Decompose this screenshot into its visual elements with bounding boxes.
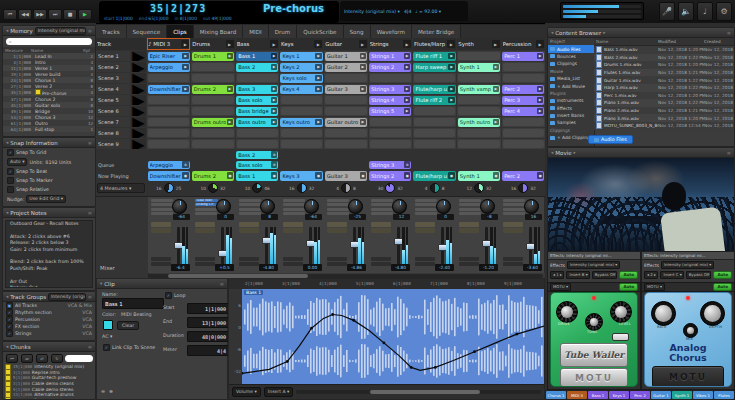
grid-clip[interactable]: Guitar outro▶ xyxy=(325,118,367,127)
scene-play-cell[interactable]: ▶ xyxy=(131,84,146,94)
insert-slot[interactable] xyxy=(459,208,481,211)
gear-icon[interactable]: ⚙ xyxy=(716,2,732,21)
clip-play-icon[interactable]: ▶ xyxy=(404,97,411,104)
pan-knob[interactable] xyxy=(348,199,363,214)
insert-slot[interactable] xyxy=(415,208,437,211)
insert-slot[interactable] xyxy=(415,212,437,215)
insert-slot[interactable] xyxy=(327,203,349,206)
clip-dequeue-icon[interactable]: ⊗ xyxy=(271,161,278,168)
clip-play-icon[interactable]: ▶ xyxy=(404,53,411,60)
fader-db-value[interactable]: -4.80 xyxy=(259,264,278,271)
track-group-row[interactable]: ✓StringsVCA xyxy=(3,330,95,337)
bypass-button[interactable]: Bypass Off xyxy=(592,271,618,279)
slot-selector[interactable]: ◂ 1 ▸ xyxy=(550,271,564,279)
microphone-icon[interactable]: 🎤 xyxy=(659,2,675,21)
empty-clip-slot[interactable] xyxy=(148,96,189,104)
effects-window-title[interactable]: Effects: Intensity (original mi... xyxy=(548,252,640,260)
mute-button[interactable] xyxy=(195,222,215,227)
mix-knob[interactable] xyxy=(683,323,698,338)
empty-clip-slot[interactable] xyxy=(192,129,233,137)
insert-slot[interactable] xyxy=(371,203,393,206)
insert-slot[interactable] xyxy=(415,199,437,202)
column-play-icon[interactable]: ▶ xyxy=(181,40,189,48)
solo-button[interactable] xyxy=(459,228,479,233)
scene-label[interactable]: Scene 1 xyxy=(96,51,130,61)
insert-slot[interactable] xyxy=(371,208,393,211)
file-row[interactable]: Piano 1.mix.wavNov 12, 2018 1:22 PMNov 1… xyxy=(594,99,734,107)
pan-knob[interactable] xyxy=(524,199,539,214)
snap-option-checkbox[interactable] xyxy=(7,177,14,184)
speaker-icon[interactable]: 🔈 xyxy=(678,2,694,21)
empty-clip-slot[interactable] xyxy=(503,74,544,82)
scene-play-cell[interactable]: ▶ xyxy=(131,128,146,138)
clip-stop-icon[interactable]: ◼ xyxy=(271,172,278,179)
empty-clip-slot[interactable] xyxy=(192,140,233,148)
auto-button[interactable]: Auto xyxy=(713,271,732,279)
file-row[interactable]: Bass 2.mix.wavNov 12, 2018 1:22 PMNov 12… xyxy=(594,54,734,62)
panel-menu-icon[interactable]: ≡ xyxy=(220,281,224,287)
link-clip-row[interactable]: ✓ Link Clip To Scene xyxy=(99,343,159,352)
zoom-in-icon[interactable]: ⊕ xyxy=(109,389,113,394)
now-playing-clip[interactable]: Bass 1◼ xyxy=(236,171,278,181)
play-button[interactable]: ▶ xyxy=(78,9,92,20)
tree-item-instruments[interactable]: Instruments xyxy=(548,97,594,104)
tree-item-insert-banks[interactable]: Insert Banks xyxy=(548,112,594,119)
empty-clip-slot[interactable] xyxy=(281,107,322,115)
fader-db-value[interactable]: -2.40 xyxy=(435,264,454,271)
solo-button[interactable] xyxy=(151,228,171,233)
track-header-guitar[interactable]: Guitar▶ xyxy=(324,38,367,50)
column-play-icon[interactable]: ▶ xyxy=(447,40,455,48)
track-group-row[interactable]: ▣All TracksVCA & Mix xyxy=(3,302,95,309)
now-playing-clip[interactable]: Flute/harp unison◼ xyxy=(413,171,455,181)
clip-play-icon[interactable]: ▶ xyxy=(271,97,278,104)
grid-clip[interactable]: Strings 5▶ xyxy=(369,107,411,116)
queued-clip[interactable]: Bass 2⊗ xyxy=(236,151,278,159)
clip-stop-icon[interactable]: ◼ xyxy=(537,172,544,179)
waveform-display[interactable] xyxy=(242,289,544,387)
locator-start[interactable]: start1|1|000 xyxy=(104,16,133,21)
fader-db-value[interactable]: -4.86 xyxy=(347,264,366,271)
pan-value[interactable]: 0 xyxy=(217,214,234,220)
grid-clip[interactable]: Strings 1▶ xyxy=(369,52,411,61)
panel-menu-icon[interactable]: ≡ xyxy=(727,30,731,36)
clip-play-icon[interactable]: ▶ xyxy=(182,86,189,93)
memory-panel-title[interactable]: ◂ Memory Intensity (original mix) ▾ ≡ xyxy=(3,26,95,36)
clip-play-icon[interactable]: ▶ xyxy=(404,108,411,115)
scene-label[interactable]: Scene 8 xyxy=(96,128,130,138)
scene-play-icon[interactable]: ▶ xyxy=(132,106,144,116)
clip-play-icon[interactable]: ▶ xyxy=(271,64,278,71)
empty-clip-slot[interactable] xyxy=(370,140,411,148)
file-row[interactable]: Bass 1.mix.wavNov 12, 2018 1:20 PMNov 12… xyxy=(594,46,734,54)
analog-chorus-pedal[interactable]: RATE DEPTH MIX Analog Chorus MOTU xyxy=(644,292,732,387)
clip-stop-icon[interactable]: ◼ xyxy=(315,172,322,179)
fader-track[interactable] xyxy=(397,227,400,265)
empty-clip-slot[interactable] xyxy=(325,96,366,104)
tab-clips[interactable]: Clips xyxy=(167,25,193,38)
marker-search-input[interactable]: ⌕ xyxy=(6,38,92,45)
tab-midi[interactable]: MIDI xyxy=(243,25,268,38)
clip-play-icon[interactable]: ▶ xyxy=(227,119,234,126)
automation-mode[interactable] xyxy=(459,262,479,266)
automation-mode[interactable] xyxy=(415,262,435,266)
group-enable-checkbox[interactable]: ✓ xyxy=(6,316,13,323)
clip-name-input[interactable]: Bass 1 xyxy=(102,298,164,309)
scene-play-icon[interactable]: ▶ xyxy=(132,51,144,61)
insert-slot[interactable] xyxy=(283,212,305,215)
fast-forward-button[interactable]: ▶▶ xyxy=(33,9,47,20)
collapse-arrow-icon[interactable]: ▾ xyxy=(100,281,102,286)
empty-clip-slot[interactable] xyxy=(192,74,233,82)
empty-clip-slot[interactable] xyxy=(458,52,499,60)
clip-stop-icon[interactable]: ◼ xyxy=(448,172,455,179)
now-playing-clip[interactable]: Drums 2◼ xyxy=(192,171,234,181)
snap-option-row[interactable]: Snap Relative xyxy=(3,185,95,194)
clip-stop-icon[interactable]: ◼ xyxy=(493,172,500,179)
empty-clip-slot[interactable] xyxy=(458,74,499,82)
plugin-vendor-combo[interactable]: MOTU ▾ xyxy=(644,283,665,291)
output-assign[interactable] xyxy=(503,257,523,261)
back-arrow-icon[interactable]: ◂ xyxy=(551,30,553,35)
fader-db-value[interactable]: 0.00 xyxy=(303,264,322,271)
next-chunk-icon[interactable]: ⏭ xyxy=(21,354,33,363)
grid-clip[interactable]: Bass 1▶ xyxy=(236,52,278,61)
tab-mixing-board[interactable]: Mixing Board xyxy=(194,25,244,38)
meter-display[interactable]: 4|4 xyxy=(404,9,411,14)
